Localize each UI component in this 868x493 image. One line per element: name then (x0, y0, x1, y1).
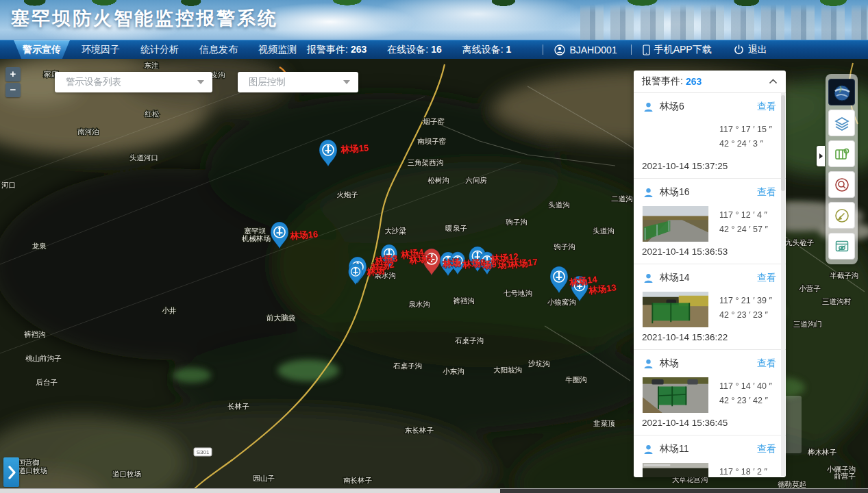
alarm-list-item[interactable]: 林场16 查看 117 ° 12 ′ 4 ″42 ° 24 ′ 57 ″ 202… (634, 179, 786, 264)
logout-button[interactable]: 退出 (734, 44, 767, 56)
map-pin-search-button[interactable] (828, 140, 855, 167)
alarm-events-panel: 报警事件: 263 林场6 查看 117 ° 17 (634, 71, 786, 477)
map-place-label: 石桌子沟 (455, 336, 484, 344)
tab-info-publish[interactable]: 信息发布 (189, 40, 248, 60)
map-place-label: 裤裆沟 (24, 330, 46, 338)
user-account-button[interactable]: BJAHD001 (554, 45, 617, 55)
power-icon (734, 45, 744, 55)
alarm-thumbnail[interactable] (638, 206, 712, 242)
view-link[interactable]: 查看 (757, 357, 776, 370)
alarm-timestamp: 2021-10-14 15:36:22 (642, 332, 786, 342)
alarm-site-name: 林场11 (660, 443, 689, 455)
sidebar-expand-button[interactable] (3, 457, 19, 487)
map-place-label: 韭菜顶 (593, 419, 615, 427)
earth-view-button[interactable] (828, 79, 855, 105)
map-place-label: 南长林子 (343, 476, 373, 484)
road-shield-badge: S301 (194, 448, 212, 456)
map-place-label: 后台子 (36, 378, 58, 386)
main-nav: 警示宣传 环境因子 统计分析 信息发布 视频监测 报警事件:263 在线设备:1… (0, 40, 868, 59)
online-devices-count: 在线设备:16 (387, 44, 441, 56)
alarm-coordinates: 117 ° 12 ′ 4 ″42 ° 24 ′ 57 ″ (719, 206, 768, 242)
collapse-chevron-up-icon[interactable] (769, 79, 778, 84)
dropdown-placeholder: 图层控制 (249, 76, 286, 88)
map-place-label: 国营御 (18, 458, 40, 466)
map-marker-label: 林场16 (289, 229, 318, 241)
map-place-label: 松树沟 (427, 176, 449, 184)
arrow-right-icon (819, 153, 823, 159)
hide-window-button[interactable] (828, 233, 855, 260)
alarm-thumbnail[interactable] (638, 463, 712, 477)
map-place-label: 长林子 (227, 402, 249, 410)
tab-statistics[interactable]: 统计分析 (130, 40, 189, 60)
map-place-label: 三道沟村 (822, 297, 852, 305)
map-place-label: 道口牧场 (112, 470, 141, 478)
person-icon (643, 273, 654, 283)
alarm-thumbnail[interactable] (638, 292, 712, 327)
app-title: 塞罕坝防火智能监控报警系统 (11, 6, 278, 31)
map-place-label: 道口牧场 (18, 466, 47, 475)
clear-broom-icon (834, 207, 850, 224)
alarm-list-item[interactable]: 林场14 查看 117 ° 21 ′ 39 ″42 ° 23 ′ 23 ″ 20… (634, 264, 786, 350)
alarm-timestamp: 2021-10-14 15:37:25 (642, 161, 786, 171)
phone-icon (643, 45, 650, 55)
map-place-label: 暖泉子 (445, 224, 467, 232)
map-place-label: 园山子 (253, 474, 275, 482)
alarm-site-name: 林场16 (660, 186, 690, 199)
alarm-thumbnail-empty (638, 121, 712, 156)
map-place-label: 前营子 (834, 472, 856, 480)
map-place-label: 前大脑袋 (266, 314, 295, 322)
alarm-thumbnail[interactable] (638, 377, 712, 413)
map-marker-label: 林场 (442, 257, 461, 269)
alarm-count-badge: 263 (686, 76, 702, 87)
map-place-label: 石桌子沟 (393, 362, 422, 370)
alarm-site-name: 林场 (660, 357, 679, 370)
view-link[interactable]: 查看 (757, 272, 776, 284)
clear-map-button[interactable] (828, 202, 855, 229)
map-canvas[interactable]: S301 东洼皮沟家店红松南河泊头道河口河口烟子窑南坝子窑三角架西沟松树沟六间房… (0, 59, 868, 493)
map-place-label: 小狼窝沟 (547, 298, 576, 306)
alarm-list-item[interactable]: 林场11 查看 117 ° 18 ′ 2 ″ (634, 435, 786, 477)
mobile-app-download-button[interactable]: 手机APP下载 (643, 44, 712, 56)
toolbar-collapse-tab[interactable] (817, 146, 825, 166)
map-place-label: 河口 (1, 181, 16, 189)
tab-label: 信息发布 (199, 44, 238, 55)
person-icon (643, 444, 654, 455)
view-link[interactable]: 查看 (757, 186, 776, 199)
map-place-label: 驹子沟 (506, 218, 528, 226)
panel-scrollbar-thumb[interactable] (781, 95, 785, 191)
layers-button[interactable] (828, 110, 855, 136)
view-link[interactable]: 查看 (757, 443, 776, 455)
map-place-label: 东长林子 (405, 426, 434, 434)
tab-warning-publicity[interactable]: 警示宣传 (12, 40, 71, 60)
alarm-site-name: 林场6 (660, 101, 684, 113)
svg-text:S301: S301 (197, 449, 210, 455)
zoom-out-button[interactable]: − (5, 83, 21, 97)
warning-device-list-dropdown[interactable]: 警示设备列表 (55, 72, 212, 92)
tab-environment-factors[interactable]: 环境因子 (71, 40, 130, 60)
map-place-label: 红松 (145, 110, 160, 118)
map-place-label: 德勒莫起 (778, 480, 806, 488)
alarm-panel-header: 报警事件: 263 (634, 71, 786, 93)
magnifier-search-button[interactable] (828, 171, 855, 198)
zoom-in-button[interactable]: + (5, 67, 21, 81)
map-place-label: 头道沟 (593, 227, 615, 235)
person-icon (643, 102, 654, 112)
map-pin-search-icon (834, 146, 850, 162)
app-download-label: 手机APP下载 (654, 44, 712, 56)
tab-video-monitor[interactable]: 视频监测 (248, 40, 307, 60)
map-marker-label: 林场15 (340, 142, 369, 155)
alarm-coordinates: 117 ° 18 ′ 2 ″ (719, 463, 767, 477)
map-place-label: 泉水沟 (408, 300, 430, 308)
divider (631, 45, 632, 55)
map-zoom-control: + − (5, 67, 21, 99)
alarm-timestamp: 2021-10-14 15:36:45 (642, 418, 786, 428)
alarm-list-item[interactable]: 林场6 查看 117 ° 17 ′ 15 ″42 ° 24 ′ 3 ″ 2021… (634, 93, 786, 179)
layer-control-dropdown[interactable]: 图层控制 (238, 72, 358, 92)
alarm-coordinates: 117 ° 14 ′ 40 ″42 ° 23 ′ 42 ″ (719, 377, 772, 413)
map-place-label: 六间房 (465, 176, 487, 184)
map-place-label: 半截子沟 (830, 271, 858, 279)
nav-status-area: 报警事件:263 在线设备:16 离线设备:1 BJAHD001 手机APP下载 (307, 44, 868, 56)
map-place-label: 裤裆沟 (453, 296, 475, 305)
view-link[interactable]: 查看 (757, 101, 776, 113)
alarm-list-item[interactable]: 林场 查看 117 ° 14 ′ 40 ″42 ° 23 ′ 42 ″ 2021… (634, 350, 786, 435)
